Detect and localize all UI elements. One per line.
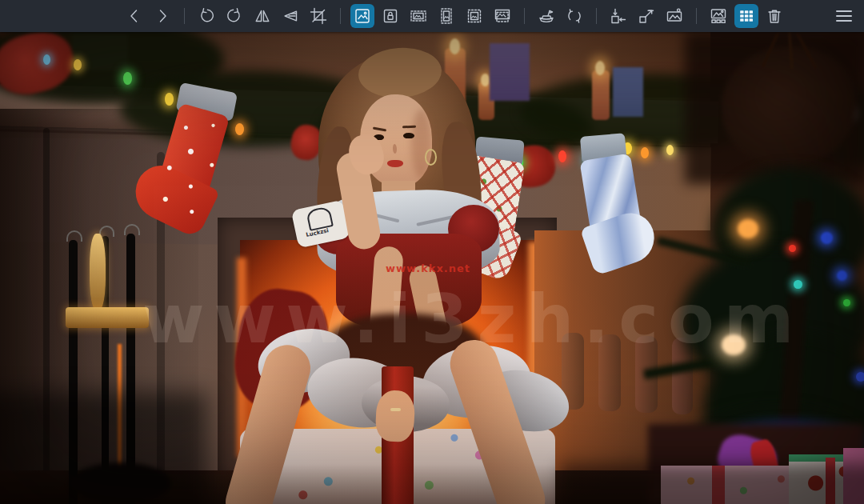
crop-icon <box>310 7 327 25</box>
crop-button[interactable] <box>306 4 330 28</box>
girl-face-shadow <box>411 109 432 179</box>
tool-hook <box>66 230 82 242</box>
fit-window-button[interactable] <box>462 4 486 28</box>
separator <box>184 8 185 24</box>
rotate-right-icon <box>226 7 243 25</box>
tool-stand-bar <box>66 307 149 328</box>
separator <box>524 8 525 24</box>
corner-shadow <box>560 464 864 504</box>
corner-shadow <box>0 392 208 504</box>
girl-lips <box>387 160 403 167</box>
previous-button[interactable] <box>122 4 146 28</box>
girl-earring <box>425 149 437 166</box>
thumbnail-strip-button[interactable] <box>706 4 730 28</box>
reset-button[interactable] <box>562 4 586 28</box>
thumbnail-strip-icon <box>710 7 727 25</box>
rotate-left-button[interactable] <box>194 4 218 28</box>
next-button[interactable] <box>150 4 174 28</box>
separator <box>696 8 697 24</box>
shrink-to-fit-button[interactable] <box>606 4 630 28</box>
fit-height-icon <box>438 7 455 25</box>
girl-eye <box>403 133 414 138</box>
flip-vertical-icon <box>282 7 299 25</box>
fit-width-button[interactable] <box>406 4 430 28</box>
grid-view-icon <box>738 7 755 25</box>
chevron-left-icon <box>126 7 143 25</box>
girl-hand-pole <box>374 390 415 442</box>
reset-icon <box>566 7 583 25</box>
delete-button[interactable] <box>762 4 786 28</box>
enlarge-to-fit-button[interactable] <box>634 4 658 28</box>
tool-hook <box>124 224 140 235</box>
rotate-left-icon <box>198 7 215 25</box>
flip-horizontal-icon <box>254 7 271 25</box>
girl-ring <box>390 408 401 411</box>
wallpaper-button[interactable] <box>662 4 686 28</box>
actual-size-icon <box>494 7 511 25</box>
menu-button[interactable] <box>832 4 856 28</box>
wallpaper-icon <box>666 7 683 25</box>
lock-image-button[interactable] <box>378 4 402 28</box>
chevron-right-icon <box>154 7 171 25</box>
tool-stand-finial <box>90 234 106 310</box>
separator <box>340 8 341 24</box>
enlarge-to-fit-icon <box>638 7 655 25</box>
boat-icon <box>538 7 555 25</box>
actual-size-button[interactable] <box>490 4 514 28</box>
lock-icon <box>382 7 399 25</box>
fit-window-icon <box>466 7 483 25</box>
toolbar <box>0 0 864 32</box>
shrink-to-fit-icon <box>610 7 627 25</box>
hamburger-menu-icon <box>835 7 853 25</box>
trash-icon <box>766 7 783 25</box>
watermark-small: www.kkx.net <box>386 262 470 274</box>
patch-bunny-ears <box>306 206 334 231</box>
flip-vertical-button[interactable] <box>278 4 302 28</box>
separator <box>596 8 597 24</box>
rotate-right-button[interactable] <box>222 4 246 28</box>
photo-canvas[interactable]: Luckzsi <box>0 32 864 504</box>
flip-horizontal-button[interactable] <box>250 4 274 28</box>
boat-button[interactable] <box>534 4 558 28</box>
grid-view-button[interactable] <box>734 4 758 28</box>
watermark-large: www.i3zh.com <box>142 280 803 358</box>
fit-height-button[interactable] <box>434 4 458 28</box>
image-icon <box>354 7 371 25</box>
image-mode-button[interactable] <box>350 4 374 28</box>
girl-nose <box>393 144 398 154</box>
fit-width-icon <box>410 7 427 25</box>
